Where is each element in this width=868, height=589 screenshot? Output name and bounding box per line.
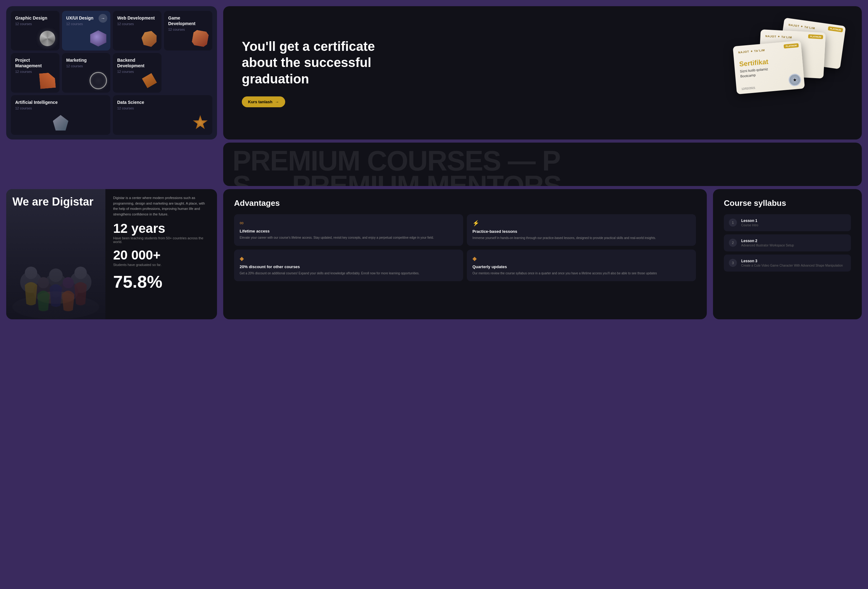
ux-ui-icon [89,30,107,47]
game-dev-icon [191,30,209,47]
lifetime-title: Lifetime access [240,229,458,233]
course-card-backend-dev[interactable]: Backend Development 12 courses [113,53,161,93]
course-card-ux-ui[interactable]: UX/UI Design 12 courses → [62,11,111,50]
lesson-2-subtitle: Advanced Illustrator Workspace Setup [741,244,794,247]
lesson-item-3: 3 Lesson 3 Create a Cute Video Game Char… [724,254,851,272]
premium-text-line2: S — PREMIUM MENTORS [232,170,561,186]
practice-title: Practice-based lessons [472,229,690,234]
course-card-ai[interactable]: Artificial Intelligence 12 courses [11,95,110,135]
digistar-image: We are Digistar [6,189,105,319]
digistar-panel: We are Digistar Digistar is a center whe… [6,189,217,319]
advantages-panel: Advantages ∞ Lifetime access Elevate you… [223,189,707,319]
lesson-1-subtitle: Course Intro [741,223,758,227]
digistar-students-desc: Students have graduated so far. [113,263,209,267]
data-science-icon [191,114,209,132]
advantage-discount: ◆ 20% discount for other courses Get a 2… [234,249,463,281]
lesson-2-number: 2 [729,239,737,247]
discount-desc: Get a 20% discount on additional courses… [240,271,458,276]
backend-dev-icon [140,72,158,90]
discount-icon: ◆ [240,255,458,262]
quarterly-title: Quarterly updates [472,264,690,269]
web-dev-icon [140,30,158,47]
digistar-headline: We are Digistar [12,195,93,208]
certificate-title: You'll get a certificate about the succe… [242,38,397,87]
advantage-lifetime: ∞ Lifetime access Elevate your career wi… [234,214,463,246]
lesson-3-title: Lesson 3 [741,259,843,263]
ai-icon [52,114,70,132]
advantages-grid: ∞ Lifetime access Elevate your career wi… [234,214,696,281]
digistar-students: 20 000+ [113,249,209,262]
course-card-project-mgmt[interactable]: Project Management 12 courses [11,53,59,93]
certificate-cards-illustration: NAJOT ✦ TA'LIM PLATINUM NAJOT ✦ TA'LIM P… [732,16,849,102]
lifetime-icon: ∞ [240,220,458,226]
discount-title: 20% discount for other courses [240,264,458,269]
lesson-1-number: 1 [729,218,737,227]
lesson-item-2: 2 Lesson 2 Advanced Illustrator Workspac… [724,234,851,251]
digistar-percentage: 75.8% [113,272,209,292]
course-card-marketing[interactable]: Marketing 12 courses [62,53,111,93]
course-grid-panel: Graphic Design 12 courses UX/UI Design 1… [6,6,217,140]
practice-desc: Immerse yourself in hands-on learning th… [472,236,690,240]
quarterly-icon: ◆ [472,255,690,262]
lifetime-desc: Elevate your career with our course's li… [240,235,458,240]
course-card-graphic-design[interactable]: Graphic Design 12 courses [11,11,59,50]
certificate-panel: You'll get a certificate about the succe… [223,6,862,140]
advantage-quarterly: ◆ Quarterly updates Our mentors review t… [467,249,696,281]
advantage-practice: ⚡ Practice-based lessons Immerse yoursel… [467,214,696,246]
course-card-web-dev[interactable]: Web Development 12 courses [113,11,161,50]
digistar-description: Digistar is a center where modern profes… [113,195,209,217]
lesson-list: 1 Lesson 1 Course Intro 2 Lesson 2 Advan… [724,214,851,272]
lesson-2-title: Lesson 2 [741,239,794,243]
lesson-1-title: Lesson 1 [741,218,758,223]
syllabus-title: Course syllabus [724,198,851,208]
lesson-3-number: 3 [729,259,737,267]
course-card-game-dev[interactable]: Game Development 12 courses [164,11,213,50]
marketing-icon [89,72,107,90]
syllabus-panel: Course syllabus 1 Lesson 1 Course Intro … [713,189,862,319]
premium-banner: PREMIUM COURSES — P S — PREMIUM MENTORS [223,143,862,186]
project-mgmt-icon [38,72,56,90]
digistar-content: Digistar is a center where modern profes… [105,189,217,319]
course-card-data-science[interactable]: Data Science 12 courses [113,95,213,135]
cert-card-front: NAJOT ✦ TA'LIM PLATINUM Sertifikat Sizni… [733,41,805,94]
digistar-years-desc: Have been teaching students from 50+ cou… [113,236,209,244]
lesson-item-1: 1 Lesson 1 Course Intro [724,214,851,231]
graphic-design-icon [38,30,56,47]
quarterly-desc: Our mentors review the course syllabus o… [472,271,690,276]
lesson-3-subtitle: Create a Cute Video Game Character With … [741,264,843,267]
course-select-button[interactable]: Kurs tanlash → [242,96,285,107]
digistar-years: 12 years [113,222,209,235]
arrow-icon: → [275,99,279,104]
advantages-title: Advantages [234,198,696,208]
practice-icon: ⚡ [472,220,690,227]
arrow-button[interactable]: → [99,14,107,23]
